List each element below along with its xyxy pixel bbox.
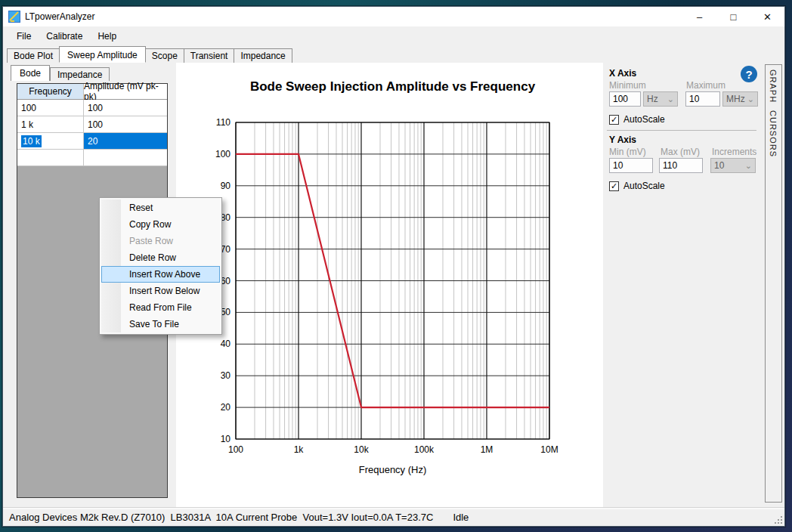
y-axis-heading: Y Axis [609,135,636,145]
column-header-amplitude[interactable]: Amplitude (mV pk-pk) [84,84,167,99]
x-max-unit-select[interactable]: MHz ⌄ [722,91,758,107]
y-autoscale-checkbox[interactable]: ✓ [609,181,619,191]
svg-text:1M: 1M [481,444,493,455]
svg-text:90: 90 [221,181,231,191]
svg-text:20: 20 [221,402,231,413]
x-axis-heading: X Axis [609,68,636,79]
axis-section-divider [607,130,756,131]
subtab-bode[interactable]: Bode [11,65,50,81]
maximize-button[interactable]: □ [716,7,750,26]
side-tab-cursors[interactable]: CURSORS [769,110,778,157]
menu-file[interactable]: File [9,28,39,45]
x-min-unit-value: Hz [647,94,658,104]
menu-item-insert-row-above[interactable]: Insert Row Above [101,266,220,283]
main-tab-strip: Bode Plot Sweep Amplitude Scope Transien… [3,46,784,63]
window-title: LTpowerAnalyzer [25,11,94,22]
tab-impedance[interactable]: Impedance [234,48,292,63]
table-row-empty[interactable] [17,150,167,166]
side-tab-box: GRAPH CURSORS [765,64,782,503]
cell-frequency[interactable]: 100 [17,100,84,116]
menu-item-save-to-file[interactable]: Save To File [101,316,220,332]
svg-text:30: 30 [221,370,231,381]
cell-amplitude-selected[interactable]: 20 [84,133,167,149]
y-min-label: Min (mV) [609,147,646,157]
cell-frequency-selected[interactable]: 10 k [17,133,84,149]
menu-bar: File Calibrate Help [3,26,784,46]
menu-item-paste-row[interactable]: Paste Row [101,233,220,249]
cell-amplitude[interactable] [84,150,167,165]
svg-text:10k: 10k [354,444,369,455]
menu-calibrate[interactable]: Calibrate [39,28,90,45]
x-min-input[interactable] [609,91,641,107]
chevron-down-icon: ⌄ [745,162,752,169]
status-bar: Analog Devices M2k Rev.D (Z7010) LB3031A… [3,507,784,526]
y-increments-value: 10 [714,160,724,171]
svg-text:Frequency (Hz): Frequency (Hz) [359,464,427,475]
y-autoscale-row: ✓ AutoScale [609,181,665,191]
y-increments-select[interactable]: 10 ⌄ [710,158,756,173]
chevron-down-icon: ⌄ [747,95,754,103]
app-icon [8,11,20,23]
cell-amplitude[interactable]: 100 [84,100,167,116]
y-autoscale-label: AutoScale [623,181,665,191]
table-context-menu: Reset Copy Row Paste Row Delete Row Inse… [99,197,222,335]
tab-bode-plot[interactable]: Bode Plot [7,48,60,63]
svg-text:10: 10 [221,434,231,444]
y-max-label: Max (mV) [661,147,700,157]
side-tab-strip: GRAPH CURSORS [763,63,784,507]
side-tab-graph[interactable]: GRAPH [769,70,778,103]
bode-sweep-chart: 1020304050607080901001101001k10k100k1M10… [176,63,603,507]
chevron-down-icon: ⌄ [667,95,674,103]
tab-scope[interactable]: Scope [145,48,184,63]
y-min-input[interactable] [609,158,653,173]
svg-text:110: 110 [216,117,230,128]
x-max-label: Maximum [686,80,725,91]
title-bar: LTpowerAnalyzer – □ ✕ [3,7,784,26]
svg-text:1k: 1k [294,444,305,455]
table-row[interactable]: 1 k 100 [17,116,167,133]
menu-item-insert-row-below[interactable]: Insert Row Below [101,283,220,299]
menu-help[interactable]: Help [90,28,124,45]
cell-frequency[interactable]: 1 k [17,116,84,132]
subtab-impedance[interactable]: Impedance [50,67,110,81]
table-header-row: Frequency Amplitude (mV pk-pk) [17,84,167,100]
menu-item-reset[interactable]: Reset [101,200,220,216]
tab-sweep-amplitude[interactable]: Sweep Amplitude [59,46,146,63]
minimize-button[interactable]: – [682,7,716,26]
status-state: Idle [453,512,469,523]
app-window: LTpowerAnalyzer – □ ✕ File Calibrate Hel… [2,6,785,527]
svg-text:10M: 10M [540,444,558,455]
svg-text:Bode Sweep Injection Amplitude: Bode Sweep Injection Amplitude vs Freque… [250,79,536,94]
x-autoscale-row: ✓ AutoScale [609,114,665,125]
cell-frequency[interactable] [17,150,84,165]
close-button[interactable]: ✕ [750,7,784,26]
resize-grip-icon[interactable] [774,515,782,524]
x-autoscale-label: AutoScale [623,114,665,125]
x-min-unit-select[interactable]: Hz ⌄ [643,91,678,107]
cell-amplitude[interactable]: 100 [84,116,167,132]
selected-cell-text: 10 k [21,135,42,147]
menu-item-read-from-file[interactable]: Read From File [101,299,220,316]
menu-item-copy-row[interactable]: Copy Row [101,216,220,233]
svg-text:100: 100 [215,149,230,159]
x-autoscale-checkbox[interactable]: ✓ [609,115,619,125]
chart-panel: 1020304050607080901001101001k10k100k1M10… [176,63,603,507]
x-max-unit-value: MHz [726,94,745,104]
y-max-input[interactable] [659,158,703,173]
tab-transient[interactable]: Transient [184,48,235,63]
menu-item-delete-row[interactable]: Delete Row [101,249,220,266]
axis-settings-panel: X Axis ? Minimum Maximum Hz ⌄ MHz ⌄ ✓ Au… [603,63,763,507]
table-row[interactable]: 100 100 [17,100,167,116]
table-row-selected[interactable]: 10 k 20 [17,133,167,150]
column-header-frequency[interactable]: Frequency [17,84,84,99]
svg-text:100k: 100k [414,444,435,455]
x-max-input[interactable] [685,91,720,107]
sub-tab-strip: Bode Impedance [11,65,110,81]
x-min-label: Minimum [609,80,646,91]
status-device-info: Analog Devices M2k Rev.D (Z7010) LB3031A… [9,512,433,523]
svg-text:100: 100 [228,444,243,455]
svg-text:40: 40 [221,339,231,349]
y-increments-label: Increments [712,147,756,157]
help-icon[interactable]: ? [741,66,757,82]
